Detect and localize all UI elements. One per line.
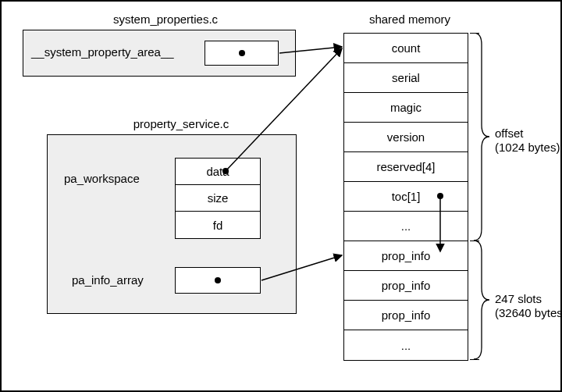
pa-info-array-dot — [215, 277, 221, 283]
tick-mid — [470, 241, 479, 241]
pa-field-data: data — [176, 159, 260, 185]
slots-l2: (32640 bytes) — [495, 306, 562, 319]
pa-field-size: size — [176, 185, 260, 212]
sys-prop-area-label: __system_property_area__ — [31, 45, 174, 59]
shm-dots2: ... — [344, 330, 468, 360]
shm-version: version — [344, 123, 468, 152]
pa-workspace-label: pa_workspace — [64, 172, 140, 185]
brace-offset — [470, 33, 492, 241]
offset-annotation: offset (1024 bytes) — [495, 127, 560, 155]
shared-mem-table: count serial magic version reserved[4] t… — [343, 33, 468, 361]
shm-serial: serial — [344, 63, 468, 93]
shm-toc: toc[1] — [344, 182, 468, 212]
offset-l2: (1024 bytes) — [495, 141, 560, 154]
tick-top — [470, 33, 479, 34]
pa-data-dot — [222, 168, 229, 174]
pa-field-fd: fd — [176, 212, 260, 238]
shm-pi2: prop_info — [344, 271, 468, 301]
shm-pi1: prop_info — [344, 241, 468, 271]
tick-bottom — [470, 359, 479, 360]
slots-annotation: 247 slots (32640 bytes) — [495, 292, 562, 320]
shared-mem-title: shared memory — [343, 12, 476, 26]
brace-slots — [470, 241, 492, 359]
offset-l1: offset — [495, 127, 523, 140]
slots-l1: 247 slots — [495, 292, 542, 305]
diagram-canvas: system_properties.c shared memory __syst… — [0, 0, 562, 392]
shm-pi3: prop_info — [344, 301, 468, 330]
shm-reserved: reserved[4] — [344, 152, 468, 182]
toc-dot — [437, 193, 443, 199]
pa-workspace-table: data size fd — [175, 158, 261, 239]
sys-prop-area-dot — [239, 50, 245, 56]
file1-title: system_properties.c — [80, 12, 251, 26]
shm-dots1: ... — [344, 212, 468, 241]
shm-count: count — [344, 34, 468, 63]
file2-title: property_service.c — [103, 117, 259, 130]
shm-magic: magic — [344, 93, 468, 123]
pa-info-array-label: pa_info_array — [72, 273, 144, 287]
